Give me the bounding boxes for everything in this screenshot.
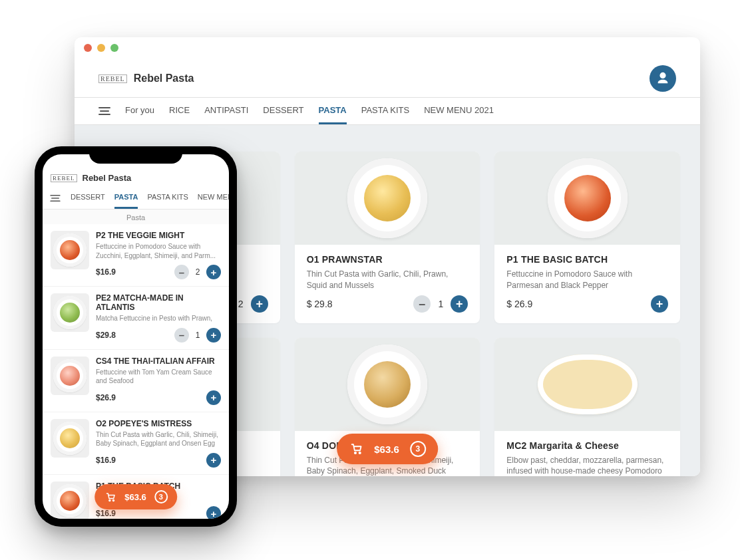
tab-new-menu-2[interactable]: NEW MENU 2 [198, 187, 229, 209]
tab-pasta-kits[interactable]: PASTA KITS [147, 187, 188, 209]
phone-tabs: DESSERTPASTAPASTA KITSNEW MENU 2 [43, 187, 229, 210]
user-avatar[interactable] [649, 65, 676, 92]
dish-desc: Thin Cut Pasta with Garlic, Chili, Prawn… [307, 269, 468, 291]
cart-button[interactable]: $63.6 3 [337, 434, 438, 464]
brand-logo: REBEL [98, 74, 127, 83]
dish-desc: Fettuccine with Tom Yam Cream Sauce and … [96, 368, 221, 386]
dish-image [295, 152, 480, 245]
tab-for-you[interactable]: For you [125, 98, 154, 124]
dish-image [51, 293, 89, 332]
menu-icon[interactable] [98, 107, 110, 115]
dish-price: $16.9 [96, 509, 116, 518]
qty-plus-button[interactable]: + [251, 295, 268, 313]
svg-point-0 [355, 452, 356, 454]
cart-count-badge: 3 [410, 441, 426, 457]
cart-button[interactable]: $63.6 3 [94, 484, 177, 509]
dish-image [51, 356, 89, 395]
qty-minus-button[interactable]: – [174, 265, 189, 279]
brand-logo: REBEL [51, 174, 77, 182]
qty-plus-button[interactable]: + [206, 390, 221, 405]
window-titlebar [75, 37, 700, 53]
dish-image [51, 231, 89, 269]
tab-dessert[interactable]: DESSERT [263, 98, 303, 124]
tab-pasta[interactable]: PASTA [114, 187, 138, 209]
list-item[interactable]: P2 THE VEGGIE MIGHTFettuccine in Pomodor… [43, 224, 229, 287]
qty-value: 1 [194, 331, 201, 340]
qty-minus-button[interactable]: – [413, 295, 431, 313]
dish-image [51, 482, 89, 519]
list-item[interactable]: O2 POPEYE'S MISTRESSThin Cut Pasta with … [43, 412, 229, 475]
menu-card[interactable]: MC2 Margarita & CheeseElbow past, chedda… [494, 338, 680, 476]
dish-image [494, 152, 680, 245]
svg-point-3 [112, 499, 114, 501]
dish-image [51, 419, 89, 458]
dish-desc: Matcha Fettuccine in Pesto with Prawn, [96, 314, 221, 323]
phone-device: REBEL Rebel Pasta DESSERTPASTAPASTA KITS… [35, 146, 237, 527]
cart-icon [105, 492, 116, 502]
qty-plus-button[interactable]: + [206, 453, 221, 468]
dish-desc: Thin Cut Pasta with Garlic, Chili, Shime… [96, 430, 221, 448]
window-maximize-button[interactable] [110, 44, 118, 52]
dish-title: MC2 Margarita & Cheese [506, 440, 668, 451]
cart-count-badge: 3 [154, 490, 168, 503]
qty-plus-button[interactable]: + [451, 295, 468, 313]
dish-title: O1 PRAWNSTAR [307, 254, 468, 265]
cart-icon [350, 443, 363, 455]
dish-title: P1 THE BASIC BATCH [506, 254, 668, 265]
dish-price: $ 29.8 [307, 299, 333, 309]
dish-title: CS4 THE THAI-ITALIAN AFFAIR [96, 356, 221, 366]
tab-pasta[interactable]: PASTA [319, 98, 347, 124]
svg-point-1 [359, 452, 361, 454]
dish-desc: Fettuccine in Pomodoro Sauce with Zucchi… [96, 242, 221, 260]
qty-plus-button[interactable]: + [206, 328, 221, 343]
dish-image [295, 338, 480, 431]
dish-price: $29.8 [96, 331, 116, 340]
qty-minus-button[interactable]: – [174, 328, 189, 343]
cart-total: $63.6 [124, 492, 146, 502]
dish-price: $26.9 [96, 393, 116, 402]
brand-name: Rebel Pasta [134, 72, 194, 84]
svg-point-2 [109, 499, 110, 501]
list-item[interactable]: PE2 MATCHA-MADE IN ATLANTISMatcha Fettuc… [43, 287, 229, 350]
qty-value: 2 [238, 299, 244, 309]
qty-plus-button[interactable]: + [651, 295, 668, 313]
menu-card[interactable]: P1 THE BASIC BATCHFettuccine in Pomodoro… [494, 152, 680, 323]
tab-new-menu-2021[interactable]: NEW MENU 2021 [424, 98, 494, 124]
phone-header: REBEL Rebel Pasta [43, 154, 229, 187]
dish-desc: Fettuccine in Pomodoro Sauce with Parmes… [506, 269, 668, 291]
window-minimize-button[interactable] [97, 44, 105, 52]
qty-value: 1 [437, 299, 444, 309]
dish-image [494, 338, 680, 431]
dish-price: $16.9 [96, 267, 116, 277]
tab-antipasti[interactable]: ANTIPASTI [204, 98, 248, 124]
qty-plus-button[interactable]: + [206, 265, 221, 279]
dish-title: P2 THE VEGGIE MIGHT [96, 231, 221, 240]
menu-card[interactable]: O1 PRAWNSTARThin Cut Pasta with Garlic, … [295, 152, 480, 323]
tab-dessert[interactable]: DESSERT [71, 187, 105, 209]
desktop-header: REBEL Rebel Pasta [75, 53, 700, 97]
dish-desc: Elbow past, cheddar, mozzarella, parmesa… [506, 455, 668, 476]
list-item[interactable]: CS4 THE THAI-ITALIAN AFFAIRFettuccine wi… [43, 350, 229, 412]
dish-price: $16.9 [96, 456, 116, 465]
dish-title: O2 POPEYE'S MISTRESS [96, 419, 221, 428]
window-close-button[interactable] [84, 44, 92, 52]
qty-plus-button[interactable]: + [206, 506, 221, 519]
qty-value: 2 [194, 267, 201, 277]
dish-price: $ 26.9 [506, 299, 532, 309]
brand: REBEL Rebel Pasta [98, 72, 194, 84]
tab-rice[interactable]: RICE [169, 98, 190, 124]
tab-pasta-kits[interactable]: PASTA KITS [361, 98, 409, 124]
menu-icon[interactable] [50, 194, 60, 201]
desktop-tabs: For youRICEANTIPASTIDESSERTPASTAPASTA KI… [75, 97, 700, 125]
brand-name: Rebel Pasta [83, 173, 132, 183]
user-icon [655, 71, 670, 86]
section-label: Pasta [43, 210, 229, 224]
phone-screen: REBEL Rebel Pasta DESSERTPASTAPASTA KITS… [43, 154, 229, 519]
cart-total: $63.6 [374, 444, 399, 455]
dish-title: PE2 MATCHA-MADE IN ATLANTIS [96, 293, 221, 312]
